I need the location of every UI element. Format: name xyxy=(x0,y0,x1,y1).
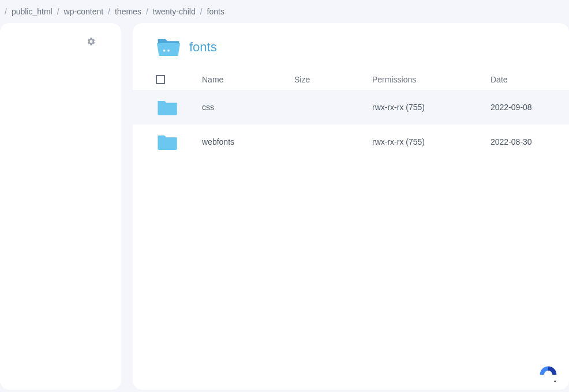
breadcrumb-item[interactable]: wp-content xyxy=(64,7,103,16)
column-header-size[interactable]: Size xyxy=(294,75,372,84)
breadcrumb-separator: / xyxy=(57,7,59,16)
table-header: Name Size Permissions Date xyxy=(133,69,569,90)
folder-open-icon[interactable] xyxy=(156,37,181,58)
breadcrumb: / public_html / wp-content / themes / tw… xyxy=(0,0,569,23)
breadcrumb-item[interactable]: twenty-child xyxy=(153,7,196,16)
sidebar xyxy=(0,23,121,390)
svg-point-1 xyxy=(167,50,170,52)
select-all-checkbox[interactable] xyxy=(156,75,165,84)
folder-header: fonts xyxy=(133,37,569,69)
breadcrumb-item[interactable]: public_html xyxy=(12,7,53,16)
svg-point-0 xyxy=(163,50,166,52)
gear-icon[interactable] xyxy=(87,37,96,46)
file-browser: fonts Name Size Permissions Date css rwx… xyxy=(133,23,569,390)
column-header-name[interactable]: Name xyxy=(202,75,294,84)
column-header-date[interactable]: Date xyxy=(491,75,546,84)
svg-point-2 xyxy=(554,380,556,382)
column-header-permissions[interactable]: Permissions xyxy=(372,75,491,84)
breadcrumb-separator: / xyxy=(200,7,203,16)
row-name: webfonts xyxy=(202,137,294,146)
folder-title: fonts xyxy=(189,40,217,55)
row-date: 2022-09-08 xyxy=(491,103,546,112)
breadcrumb-separator: / xyxy=(5,7,7,16)
breadcrumb-item[interactable]: fonts xyxy=(207,7,224,16)
table-row[interactable]: css rwx-rx-rx (755) 2022-09-08 xyxy=(133,90,569,125)
row-date: 2022-08-30 xyxy=(491,137,546,146)
recaptcha-icon[interactable] xyxy=(538,364,559,385)
row-name: css xyxy=(202,103,294,112)
folder-icon xyxy=(156,133,179,151)
folder-icon xyxy=(156,98,179,116)
breadcrumb-separator: / xyxy=(146,7,148,16)
breadcrumb-separator: / xyxy=(108,7,110,16)
row-permissions: rwx-rx-rx (755) xyxy=(372,137,491,146)
row-permissions: rwx-rx-rx (755) xyxy=(372,103,491,112)
breadcrumb-item[interactable]: themes xyxy=(115,7,141,16)
table-row[interactable]: webfonts rwx-rx-rx (755) 2022-08-30 xyxy=(133,125,569,159)
